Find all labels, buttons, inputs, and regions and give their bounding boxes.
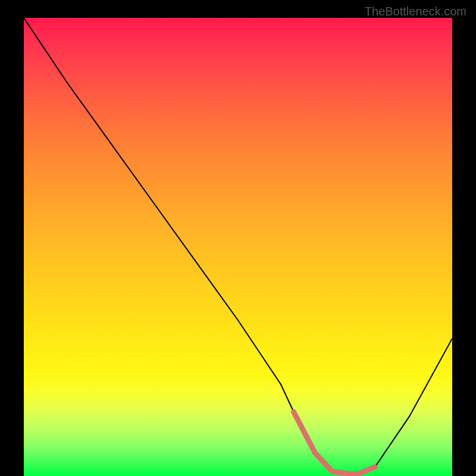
optimal-zone-highlight xyxy=(294,412,375,474)
chart-area xyxy=(24,18,452,476)
bottleneck-curve-line xyxy=(24,18,452,474)
watermark-text: TheBottleneck.com xyxy=(365,5,466,18)
curve-svg xyxy=(24,18,452,476)
